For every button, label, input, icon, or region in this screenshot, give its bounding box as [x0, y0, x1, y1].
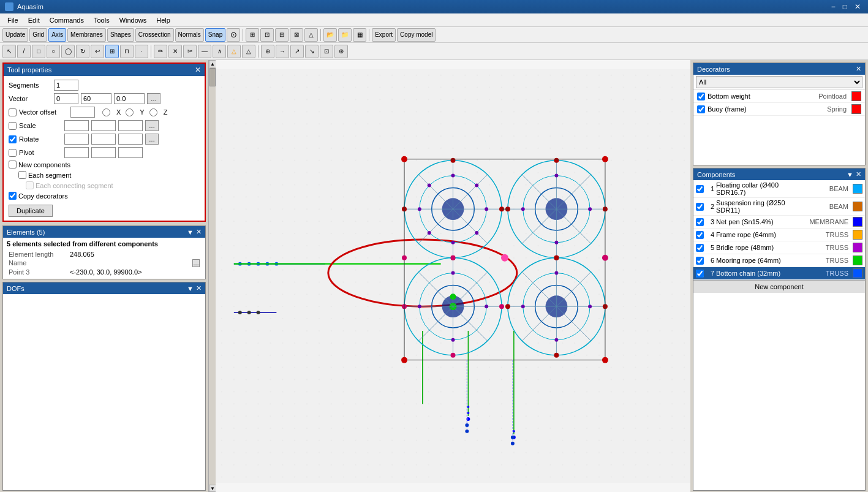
scale-val2[interactable] — [91, 120, 116, 131]
toolbar-axis[interactable]: Axis — [48, 28, 66, 42]
each-connecting-checkbox[interactable] — [26, 181, 34, 189]
copy-decorators-checkbox[interactable] — [9, 192, 17, 200]
toolbar-copy-model[interactable]: Copy model — [397, 28, 436, 42]
rotate-more-btn[interactable]: … — [145, 134, 159, 145]
segments-input[interactable] — [54, 80, 78, 91]
toolbar-icon6[interactable]: ▦ — [353, 28, 366, 42]
comp-1-checkbox[interactable] — [696, 185, 704, 193]
tool-rotate[interactable]: ↻ — [76, 45, 89, 58]
radio-z[interactable] — [149, 108, 157, 116]
canvas-area[interactable] — [216, 60, 690, 492]
vector-offset-val1[interactable] — [70, 107, 95, 118]
tool-dot[interactable]: · — [135, 45, 148, 58]
maximize-button[interactable]: □ — [840, 2, 850, 11]
tool-cross[interactable]: ✕ — [168, 45, 182, 58]
toolbar-icon1[interactable]: ⊞ — [246, 28, 259, 42]
comp-4-checkbox[interactable] — [696, 231, 704, 239]
rotate-val1[interactable] — [64, 134, 89, 145]
tool-select[interactable]: ↖ — [2, 45, 16, 58]
tool-box2[interactable]: ⊡ — [320, 45, 333, 58]
pivot-checkbox[interactable] — [9, 149, 17, 157]
left-scrollbar[interactable]: ▲ ▼ — [208, 60, 216, 492]
menu-commands[interactable]: Commands — [45, 15, 89, 25]
tool-star[interactable]: ⊛ — [334, 45, 348, 58]
comp-6-checkbox[interactable] — [696, 257, 704, 265]
menu-windows[interactable]: Windows — [115, 15, 152, 25]
rotate-val3[interactable] — [118, 134, 143, 145]
new-components-checkbox[interactable] — [9, 161, 17, 168]
decorator-bottom-weight-checkbox[interactable] — [697, 93, 705, 100]
component-4[interactable]: 4 Frame rope (64mm) TRUSS — [693, 229, 865, 241]
minimize-button[interactable]: − — [829, 2, 838, 11]
scale-val3[interactable] — [118, 120, 143, 131]
component-5[interactable]: 5 Bridle rope (48mm) TRUSS — [693, 241, 865, 254]
toolbar-folder[interactable]: 📁 — [338, 28, 352, 42]
decorators-close[interactable]: ✕ — [856, 65, 861, 73]
component-6[interactable]: 6 Mooring rope (64mm) TRUSS — [693, 254, 865, 267]
vector-more-btn[interactable]: … — [147, 93, 160, 104]
tool-undo[interactable]: ↩ — [91, 45, 104, 58]
toolbar-icon5[interactable]: △ — [304, 28, 318, 42]
elements-close[interactable]: ✕ — [196, 228, 202, 236]
vector-z-input[interactable] — [114, 93, 145, 104]
dofs-collapse[interactable]: ▼ — [187, 285, 194, 292]
close-button[interactable]: ✕ — [852, 2, 863, 11]
rotate-checkbox[interactable] — [9, 135, 17, 143]
scale-val1[interactable] — [64, 120, 89, 131]
radio-y[interactable] — [126, 108, 134, 116]
tool-arrow-right[interactable]: → — [276, 45, 289, 58]
scroll-thumb[interactable] — [209, 68, 216, 86]
vector-y-input[interactable] — [81, 93, 111, 104]
comp-5-checkbox[interactable] — [696, 244, 704, 252]
tool-scissors[interactable]: ✂ — [183, 45, 197, 58]
component-7[interactable]: 7 Bottom chain (32mm) TRUSS — [693, 267, 865, 280]
tool-ellipse[interactable]: ◯ — [61, 45, 75, 58]
radio-x[interactable] — [102, 108, 110, 116]
toolbar-snap-icon[interactable]: ⊙ — [227, 28, 240, 42]
toolbar-icon3[interactable]: ⊟ — [275, 28, 289, 42]
scroll-track[interactable] — [209, 67, 216, 485]
toolbar-icon2[interactable]: ⊡ — [260, 28, 274, 42]
comp-7-checkbox[interactable] — [696, 270, 704, 278]
toolbar-shapes[interactable]: Shapes — [107, 28, 134, 42]
components-close[interactable]: ✕ — [856, 170, 861, 178]
tool-grid2[interactable]: ⊞ — [105, 45, 119, 58]
components-collapse[interactable]: ▼ — [847, 171, 853, 178]
tool-minus[interactable]: — — [198, 45, 211, 58]
menu-file[interactable]: File — [2, 15, 23, 25]
elements-collapse[interactable]: ▼ — [187, 229, 194, 236]
toolbar-grid[interactable]: Grid — [29, 28, 47, 42]
tool-tri-fill[interactable]: △ — [227, 45, 241, 58]
component-2[interactable]: 2 Suspension ring (Ø250 SDR11) BEAM — [693, 198, 865, 216]
vector-x-input[interactable] — [54, 93, 78, 104]
vector-offset-checkbox[interactable] — [9, 108, 17, 116]
tool-plus-circle[interactable]: ⊕ — [261, 45, 274, 58]
menu-tools[interactable]: Tools — [89, 15, 115, 25]
toolbar-folder-open[interactable]: 📂 — [323, 28, 337, 42]
toolbar-crossection[interactable]: Crossection — [135, 28, 174, 42]
decorator-buoy-checkbox[interactable] — [697, 105, 705, 113]
toolbar-update[interactable]: Update — [2, 28, 28, 42]
duplicate-button[interactable]: Duplicate — [9, 205, 53, 217]
tool-slash-up[interactable]: ↗ — [290, 45, 304, 58]
tool-properties-close[interactable]: ✕ — [195, 66, 201, 74]
menu-edit[interactable]: Edit — [23, 15, 45, 25]
menu-help[interactable]: Help — [151, 15, 175, 25]
toolbar-icon4[interactable]: ⊠ — [290, 28, 303, 42]
tool-stamp[interactable]: ⊓ — [120, 45, 134, 58]
component-3[interactable]: 3 Net pen (Sn15.4%) MEMBRANE — [693, 216, 865, 229]
scale-checkbox[interactable] — [9, 122, 17, 130]
comp-2-checkbox[interactable] — [696, 203, 704, 211]
comp-3-checkbox[interactable] — [696, 218, 704, 226]
toolbar-membranes[interactable]: Membranes — [67, 28, 106, 42]
each-segment-checkbox[interactable] — [18, 171, 26, 179]
pivot-val2[interactable] — [91, 147, 116, 158]
tool-pen[interactable]: ✏ — [154, 45, 167, 58]
scale-more-btn[interactable]: … — [145, 120, 159, 131]
pivot-val3[interactable] — [118, 147, 143, 158]
tool-tri-out[interactable]: △ — [242, 45, 255, 58]
element-name-btn[interactable]: … — [192, 259, 200, 267]
pivot-val1[interactable] — [64, 147, 89, 158]
component-1[interactable]: 1 Floating collar (Ø400 SDR16.7) BEAM — [693, 180, 865, 198]
new-component-button[interactable]: New component — [693, 280, 865, 293]
